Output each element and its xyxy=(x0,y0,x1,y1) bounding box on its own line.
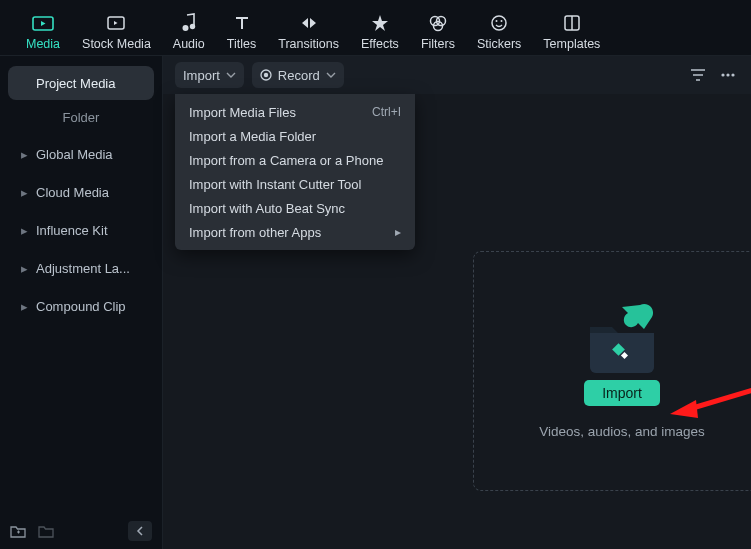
menu-label: Import with Instant Cutter Tool xyxy=(189,177,361,192)
new-folder-icon[interactable] xyxy=(10,524,26,538)
menu-import-auto-beat-sync[interactable]: Import with Auto Beat Sync xyxy=(175,196,415,220)
sidebar-item-label: Folder xyxy=(63,110,100,125)
chevron-right-icon: ▸ xyxy=(16,299,32,314)
chevron-down-icon xyxy=(326,72,336,78)
tab-label: Filters xyxy=(421,37,455,51)
menu-label: Import Media Files xyxy=(189,105,296,120)
tab-label: Audio xyxy=(173,37,205,51)
transitions-icon xyxy=(298,11,320,35)
sidebar-item-folder[interactable]: Folder xyxy=(8,104,154,137)
more-options-icon[interactable] xyxy=(717,64,739,86)
svg-point-11 xyxy=(501,20,503,22)
folder-graphic-icon xyxy=(582,303,662,368)
tab-label: Media xyxy=(26,37,60,51)
sidebar-item-adjustment-layer[interactable]: ▸ Adjustment La... xyxy=(8,251,154,285)
button-label: Record xyxy=(278,68,320,83)
sidebar-item-global-media[interactable]: ▸ Global Media xyxy=(8,137,154,171)
chevron-right-icon: ▸ xyxy=(395,225,401,239)
svg-point-16 xyxy=(721,73,724,76)
chevron-right-icon: ▸ xyxy=(16,185,32,200)
menu-label: Import from other Apps xyxy=(189,225,321,240)
sidebar-item-cloud-media[interactable]: ▸ Cloud Media xyxy=(8,175,154,209)
sidebar: Project Media Folder ▸ Global Media ▸ Cl… xyxy=(0,56,163,549)
tab-label: Titles xyxy=(227,37,256,51)
titles-icon xyxy=(233,11,251,35)
sidebar-item-label: Influence Kit xyxy=(36,223,108,238)
import-dropdown-button[interactable]: Import xyxy=(175,62,244,88)
tab-media[interactable]: Media xyxy=(16,6,70,55)
top-tabs: Media Stock Media Audio Titles Transitio… xyxy=(0,0,751,56)
menu-import-camera-phone[interactable]: Import from a Camera or a Phone xyxy=(175,148,415,172)
tab-filters[interactable]: Filters xyxy=(411,6,465,55)
sidebar-item-label: Adjustment La... xyxy=(36,261,130,276)
chevron-right-icon: ▸ xyxy=(16,147,32,162)
import-button[interactable]: Import xyxy=(584,380,660,406)
media-dropzone[interactable]: Import Videos, audios, and images xyxy=(473,251,751,491)
tab-label: Transitions xyxy=(278,37,339,51)
collapse-sidebar-button[interactable] xyxy=(128,521,152,541)
stock-media-icon xyxy=(105,11,127,35)
stickers-icon xyxy=(490,11,508,35)
menu-shortcut: Ctrl+I xyxy=(372,105,401,119)
menu-label: Import with Auto Beat Sync xyxy=(189,201,345,216)
svg-point-15 xyxy=(264,73,268,77)
menu-label: Import from a Camera or a Phone xyxy=(189,153,383,168)
tab-label: Stock Media xyxy=(82,37,151,51)
filters-icon xyxy=(428,11,448,35)
tab-stickers[interactable]: Stickers xyxy=(467,6,531,55)
menu-import-other-apps[interactable]: Import from other Apps ▸ xyxy=(175,220,415,244)
sidebar-item-influence-kit[interactable]: ▸ Influence Kit xyxy=(8,213,154,247)
tab-label: Effects xyxy=(361,37,399,51)
svg-point-4 xyxy=(182,25,188,31)
tab-stock-media[interactable]: Stock Media xyxy=(72,6,161,55)
svg-point-5 xyxy=(190,23,195,28)
record-dropdown-button[interactable]: Record xyxy=(252,62,344,88)
chevron-right-icon: ▸ xyxy=(16,261,32,276)
tab-label: Stickers xyxy=(477,37,521,51)
tab-effects[interactable]: Effects xyxy=(351,6,409,55)
chevron-right-icon: ▸ xyxy=(16,223,32,238)
menu-import-instant-cutter[interactable]: Import with Instant Cutter Tool xyxy=(175,172,415,196)
sidebar-item-label: Global Media xyxy=(36,147,113,162)
svg-point-10 xyxy=(496,20,498,22)
main-panel: Import Import Media Files Ctrl+I Import … xyxy=(163,56,751,549)
svg-point-18 xyxy=(731,73,734,76)
menu-import-media-files[interactable]: Import Media Files Ctrl+I xyxy=(175,100,415,124)
tab-audio[interactable]: Audio xyxy=(163,6,215,55)
tab-templates[interactable]: Templates xyxy=(533,6,610,55)
svg-marker-3 xyxy=(114,21,118,25)
record-icon xyxy=(260,69,272,81)
toolbar: Import Import Media Files Ctrl+I Import … xyxy=(163,56,751,94)
chevron-down-icon xyxy=(226,72,236,78)
button-label: Import xyxy=(602,385,642,401)
sidebar-item-label: Project Media xyxy=(36,76,115,91)
tab-label: Templates xyxy=(543,37,600,51)
sidebar-item-compound-clip[interactable]: ▸ Compound Clip xyxy=(8,289,154,323)
sidebar-item-label: Compound Clip xyxy=(36,299,126,314)
dropzone-hint: Videos, audios, and images xyxy=(539,424,705,439)
delete-folder-icon[interactable] xyxy=(38,524,54,538)
filter-icon[interactable] xyxy=(687,64,709,86)
import-dropdown-menu: Import Media Files Ctrl+I Import a Media… xyxy=(175,94,415,250)
media-icon xyxy=(32,11,54,35)
audio-icon xyxy=(180,11,198,35)
sidebar-item-label: Cloud Media xyxy=(36,185,109,200)
menu-import-media-folder[interactable]: Import a Media Folder xyxy=(175,124,415,148)
effects-icon xyxy=(371,11,389,35)
svg-marker-1 xyxy=(41,21,46,26)
templates-icon xyxy=(563,11,581,35)
button-label: Import xyxy=(183,68,220,83)
menu-label: Import a Media Folder xyxy=(189,129,316,144)
tab-transitions[interactable]: Transitions xyxy=(268,6,349,55)
sidebar-item-project-media[interactable]: Project Media xyxy=(8,66,154,100)
svg-point-9 xyxy=(492,16,506,30)
tab-titles[interactable]: Titles xyxy=(217,6,266,55)
svg-point-17 xyxy=(726,73,729,76)
